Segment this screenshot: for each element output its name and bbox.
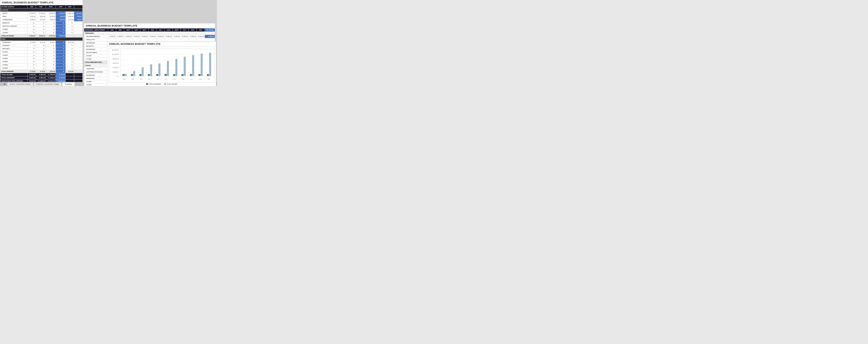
tab-summary[interactable]: Summary [62,82,74,86]
other1-may: $ - [66,28,74,31]
exp-yr-total: YR TOTAL [205,29,215,32]
total-inhouse-may [66,34,74,38]
expenses-legend-label: TOTAL EXPENSES [149,83,161,85]
total-bank-total [74,70,83,73]
fees-total: 640.00 [74,15,83,18]
total-bank-feb: $ 70.00 [36,70,46,73]
total-expenses-may [66,76,74,79]
other2-total [74,31,83,34]
commission-jan: $ 56.00 [28,18,36,22]
bar-group-oct [190,55,194,76]
ref-apr: $ - [56,47,66,50]
bars-area [120,49,213,76]
total-inhouse-label: TOTAL IN HOUSE [0,34,28,38]
y-axis: $12,000.00 $10,000.00 $8,000.00 $6,000.0… [109,49,119,77]
interest-label: INTEREST [0,44,28,47]
income-table: INCOME SOURCE JAN FEB MAR APR MAY IN HOU… [0,5,83,83]
int-feb: $ - [36,44,46,47]
cas-other1: OTHER [84,80,108,83]
x-label-jul: JUL [165,78,167,80]
main-container: ANNUAL BUSINESS BUDGET TEMPLATE INCOME S… [0,0,217,86]
total-bank-apr: $ - [56,70,66,73]
contractor-wages-label: CONTRACTOR WAGES [84,70,108,74]
income-bar [175,59,177,76]
tab-left-arrow[interactable]: ▶ [4,83,6,85]
sales-total: 8,410.00 [74,12,83,15]
total-income-mar: $ 1,055.00 [46,73,56,76]
expense-bar [122,74,124,76]
exp-jan: JAN [108,29,116,32]
y-label-6k: $6,000.00 [113,62,119,64]
ref-may: $ - [66,47,74,50]
bank-other1: OTHER [0,50,28,54]
bar-group-jul [165,61,169,76]
cas-other2: OTHER [84,83,108,86]
income-bar [184,57,186,76]
other1-total [74,28,83,31]
may-header: MAY [66,5,74,8]
sc-may: $ - [66,25,74,28]
div-total [74,41,83,44]
y-label-0: $- [117,76,119,77]
sales-may: $ 400.00 [66,12,74,15]
div-may: $ 70.00 [66,41,74,44]
x-label-dec: DEC [208,78,210,80]
exp-aug: AUG [164,29,173,32]
exp-apr: APR [132,29,140,32]
tab-income[interactable]: Income - Annual Bus. Budget [7,82,33,86]
sc-jan: $ - [28,25,36,28]
total-expenses-mar: $ 1,055.00 [46,76,56,79]
bar-group-jun [156,63,160,76]
x-label-oct: OCT [191,78,193,80]
x-label-may: MAY [148,78,151,80]
exp-mar: MAR [124,29,132,32]
inhouse-section: IN HOUSE [0,8,83,12]
legend-income: TOTAL INCOME [164,83,177,85]
total-bank-jan: $ 70.00 [28,70,36,73]
bank-other2: OTHER [0,54,28,57]
y-label-2k: $2,000.00 [113,71,119,73]
exp-nov: NOV [189,29,197,32]
sc-feb: $ - [36,25,46,28]
permanent-section: PERMANENT [84,32,215,35]
tab-expenses[interactable]: Expenses - Annual Bus. Budget [34,82,62,86]
expense-bar [131,74,133,76]
benefits-total [74,22,83,25]
feb-header: FEB [36,5,46,8]
benefits-apr: $ - [56,22,66,25]
x-label-nov: NOV [199,78,202,80]
income-bar [200,54,203,76]
total-income-may [66,73,74,76]
exp-jul: JUL [156,29,164,32]
perm-other2: OTHER [84,58,108,61]
commission-apr: $ 80.00 [56,18,66,22]
int-apr: $ - [56,44,66,47]
sales-label: SALES [0,12,28,15]
expense-bar [181,74,183,76]
fees-feb: $ 60.00 [36,15,46,18]
expenses-title: ANNUAL BUSINESS BUDGET TEMPLATE [84,24,215,28]
x-label-mar: MAR [131,78,134,80]
commission-may: $ 76.00 [66,18,74,22]
bar-group-may [148,64,152,76]
benefits-perm-label: BENEFITS [84,45,108,48]
fees-apr: $ 50.00 [56,15,66,18]
sc-total [74,25,83,28]
total-expenses-total [74,76,83,79]
total-income-feb: $ 960.00 [36,73,46,76]
expense-bar [207,74,209,76]
exp-jun: JUN [148,29,156,32]
income-bar [133,71,135,76]
apr-header: APR [56,5,66,8]
expenses-color [146,83,148,85]
income-title: ANNUAL BUSINESS BUDGET TEMPLATE [0,0,83,5]
other2-feb: $ - [36,31,46,34]
sc-apr: $ - [56,25,66,28]
bar-group-sept [181,57,186,76]
x-labels: JANMARAPRMAYJUNJULAUGSEPTOCTNOVDEC [120,77,213,81]
int-jan: $ - [28,44,36,47]
income-sheet: ANNUAL BUSINESS BUDGET TEMPLATE INCOME S… [0,0,83,83]
expense-bar [173,74,175,76]
x-label-aug: AUG [173,78,176,80]
ref-jan: $ - [28,47,36,50]
